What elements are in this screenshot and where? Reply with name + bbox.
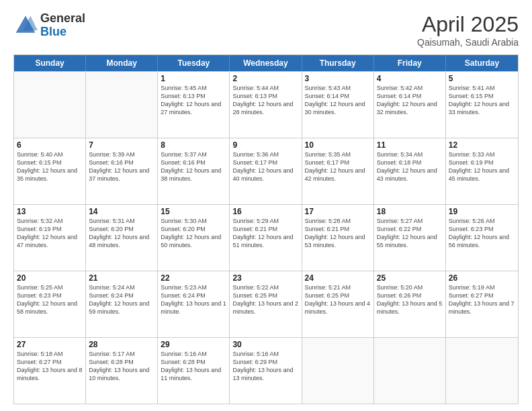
cell-info: Sunrise: 5:28 AM Sunset: 6:21 PM Dayligh… [305, 217, 371, 250]
calendar-cell: 2Sunrise: 5:44 AM Sunset: 6:13 PM Daylig… [230, 72, 302, 138]
calendar-cell: 16Sunrise: 5:29 AM Sunset: 6:21 PM Dayli… [230, 205, 302, 271]
cell-info: Sunrise: 5:36 AM Sunset: 6:17 PM Dayligh… [232, 150, 298, 183]
day-number: 16 [232, 207, 298, 216]
day-number: 29 [161, 340, 226, 349]
calendar-cell: 25Sunrise: 5:20 AM Sunset: 6:26 PM Dayli… [374, 271, 446, 337]
calendar-cell: 15Sunrise: 5:30 AM Sunset: 6:20 PM Dayli… [158, 205, 230, 271]
header: General Blue April 2025 Qaisumah, Saudi … [13, 12, 519, 48]
day-number: 26 [449, 273, 515, 283]
cell-info: Sunrise: 5:43 AM Sunset: 6:14 PM Dayligh… [305, 84, 371, 117]
calendar-cell: 8Sunrise: 5:37 AM Sunset: 6:16 PM Daylig… [158, 138, 230, 204]
calendar-cell: 20Sunrise: 5:25 AM Sunset: 6:23 PM Dayli… [14, 271, 86, 337]
cell-info: Sunrise: 5:29 AM Sunset: 6:21 PM Dayligh… [232, 217, 298, 250]
day-header-wednesday: Wednesday [230, 55, 302, 71]
calendar-cell: 29Sunrise: 5:16 AM Sunset: 6:28 PM Dayli… [158, 338, 230, 404]
day-number: 27 [17, 340, 83, 349]
day-number: 30 [232, 340, 298, 349]
calendar-cell: 3Sunrise: 5:43 AM Sunset: 6:14 PM Daylig… [302, 72, 374, 138]
day-number: 23 [232, 273, 298, 283]
day-number: 12 [449, 140, 515, 150]
calendar-cell: 12Sunrise: 5:33 AM Sunset: 6:19 PM Dayli… [446, 138, 518, 204]
title-month: April 2025 [417, 12, 519, 37]
day-number: 5 [449, 74, 515, 83]
day-number: 17 [305, 207, 371, 216]
day-header-tuesday: Tuesday [158, 55, 230, 71]
cell-info: Sunrise: 5:26 AM Sunset: 6:23 PM Dayligh… [449, 217, 515, 250]
calendar-header: SundayMondayTuesdayWednesdayThursdayFrid… [14, 55, 518, 71]
calendar-cell: 27Sunrise: 5:18 AM Sunset: 6:27 PM Dayli… [14, 338, 86, 404]
calendar-cell: 5Sunrise: 5:41 AM Sunset: 6:15 PM Daylig… [446, 72, 518, 138]
calendar-cell: 22Sunrise: 5:23 AM Sunset: 6:24 PM Dayli… [158, 271, 230, 337]
day-number: 25 [377, 273, 443, 283]
cell-info: Sunrise: 5:34 AM Sunset: 6:18 PM Dayligh… [377, 150, 443, 183]
calendar-row-4: 20Sunrise: 5:25 AM Sunset: 6:23 PM Dayli… [14, 271, 518, 337]
title-block: April 2025 Qaisumah, Saudi Arabia [417, 12, 519, 48]
logo-general-text: General [40, 11, 85, 25]
day-header-saturday: Saturday [446, 55, 518, 71]
day-number: 3 [305, 74, 371, 83]
cell-info: Sunrise: 5:39 AM Sunset: 6:16 PM Dayligh… [89, 150, 154, 183]
day-header-monday: Monday [86, 55, 158, 71]
calendar-cell [374, 338, 446, 404]
cell-info: Sunrise: 5:42 AM Sunset: 6:14 PM Dayligh… [377, 84, 443, 117]
calendar-cell: 24Sunrise: 5:21 AM Sunset: 6:25 PM Dayli… [302, 271, 374, 337]
calendar-cell: 23Sunrise: 5:22 AM Sunset: 6:25 PM Dayli… [230, 271, 302, 337]
cell-info: Sunrise: 5:23 AM Sunset: 6:24 PM Dayligh… [161, 283, 226, 316]
cell-info: Sunrise: 5:30 AM Sunset: 6:20 PM Dayligh… [161, 217, 226, 250]
calendar-cell: 21Sunrise: 5:24 AM Sunset: 6:24 PM Dayli… [86, 271, 158, 337]
day-number: 1 [161, 74, 226, 83]
calendar-cell: 6Sunrise: 5:40 AM Sunset: 6:15 PM Daylig… [14, 138, 86, 204]
calendar-cell [86, 72, 158, 138]
calendar-cell: 17Sunrise: 5:28 AM Sunset: 6:21 PM Dayli… [302, 205, 374, 271]
cell-info: Sunrise: 5:33 AM Sunset: 6:19 PM Dayligh… [449, 150, 515, 183]
calendar-cell: 19Sunrise: 5:26 AM Sunset: 6:23 PM Dayli… [446, 205, 518, 271]
calendar-cell: 28Sunrise: 5:17 AM Sunset: 6:28 PM Dayli… [86, 338, 158, 404]
calendar-cell: 4Sunrise: 5:42 AM Sunset: 6:14 PM Daylig… [374, 72, 446, 138]
calendar: SundayMondayTuesdayWednesdayThursdayFrid… [13, 54, 519, 404]
calendar-cell: 7Sunrise: 5:39 AM Sunset: 6:16 PM Daylig… [86, 138, 158, 204]
cell-info: Sunrise: 5:35 AM Sunset: 6:17 PM Dayligh… [305, 150, 371, 183]
logo: General Blue [13, 12, 85, 39]
day-number: 11 [377, 140, 443, 150]
day-number: 7 [89, 140, 154, 150]
calendar-row-3: 13Sunrise: 5:32 AM Sunset: 6:19 PM Dayli… [14, 204, 518, 271]
cell-info: Sunrise: 5:16 AM Sunset: 6:29 PM Dayligh… [232, 350, 298, 383]
cell-info: Sunrise: 5:41 AM Sunset: 6:15 PM Dayligh… [449, 84, 515, 117]
cell-info: Sunrise: 5:44 AM Sunset: 6:13 PM Dayligh… [232, 84, 298, 117]
day-number: 20 [17, 273, 83, 283]
calendar-row-2: 6Sunrise: 5:40 AM Sunset: 6:15 PM Daylig… [14, 138, 518, 204]
day-number: 6 [17, 140, 83, 150]
calendar-cell [302, 338, 374, 404]
day-number: 8 [161, 140, 226, 150]
cell-info: Sunrise: 5:40 AM Sunset: 6:15 PM Dayligh… [17, 150, 83, 183]
cell-info: Sunrise: 5:25 AM Sunset: 6:23 PM Dayligh… [17, 283, 83, 316]
day-number: 4 [377, 74, 443, 83]
calendar-cell: 9Sunrise: 5:36 AM Sunset: 6:17 PM Daylig… [230, 138, 302, 204]
calendar-row-5: 27Sunrise: 5:18 AM Sunset: 6:27 PM Dayli… [14, 337, 518, 404]
calendar-cell: 26Sunrise: 5:19 AM Sunset: 6:27 PM Dayli… [446, 271, 518, 337]
calendar-cell: 1Sunrise: 5:45 AM Sunset: 6:13 PM Daylig… [158, 72, 230, 138]
day-number: 18 [377, 207, 443, 216]
day-number: 14 [89, 207, 154, 216]
calendar-cell: 18Sunrise: 5:27 AM Sunset: 6:22 PM Dayli… [374, 205, 446, 271]
day-header-friday: Friday [374, 55, 446, 71]
title-location: Qaisumah, Saudi Arabia [417, 37, 519, 48]
day-number: 28 [89, 340, 154, 349]
calendar-cell [14, 72, 86, 138]
calendar-body: 1Sunrise: 5:45 AM Sunset: 6:13 PM Daylig… [14, 71, 518, 404]
day-number: 19 [449, 207, 515, 216]
cell-info: Sunrise: 5:31 AM Sunset: 6:20 PM Dayligh… [89, 217, 154, 250]
calendar-cell [446, 338, 518, 404]
cell-info: Sunrise: 5:19 AM Sunset: 6:27 PM Dayligh… [449, 283, 515, 316]
cell-info: Sunrise: 5:20 AM Sunset: 6:26 PM Dayligh… [377, 283, 443, 316]
calendar-cell: 11Sunrise: 5:34 AM Sunset: 6:18 PM Dayli… [374, 138, 446, 204]
day-number: 10 [305, 140, 371, 150]
day-number: 2 [232, 74, 298, 83]
cell-info: Sunrise: 5:22 AM Sunset: 6:25 PM Dayligh… [232, 283, 298, 316]
page: General Blue April 2025 Qaisumah, Saudi … [0, 0, 532, 411]
day-header-thursday: Thursday [302, 55, 374, 71]
cell-info: Sunrise: 5:24 AM Sunset: 6:24 PM Dayligh… [89, 283, 154, 316]
logo-text: General Blue [40, 12, 85, 39]
calendar-cell: 30Sunrise: 5:16 AM Sunset: 6:29 PM Dayli… [230, 338, 302, 404]
calendar-cell: 13Sunrise: 5:32 AM Sunset: 6:19 PM Dayli… [14, 205, 86, 271]
